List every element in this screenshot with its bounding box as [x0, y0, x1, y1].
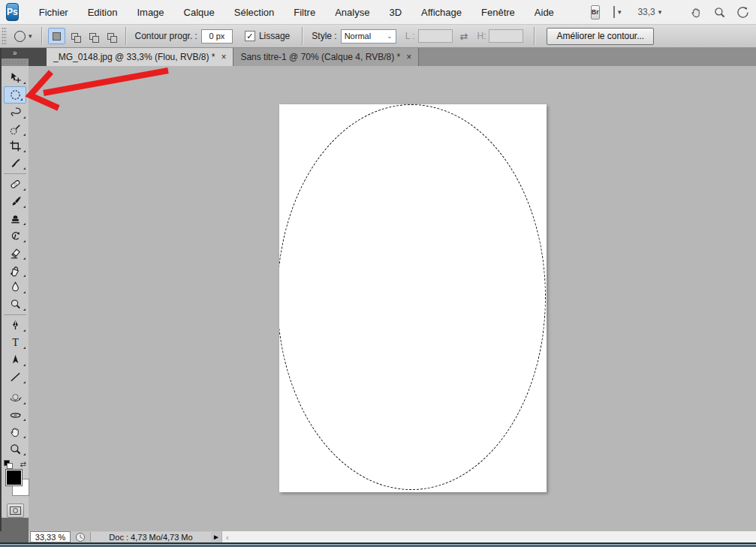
tool-dodge[interactable]	[2, 296, 29, 313]
menu-calque[interactable]: Calque	[174, 2, 224, 23]
tab-well-lead	[29, 59, 47, 66]
menu-3d[interactable]: 3D	[379, 2, 411, 23]
feather-input[interactable]: 0 px	[201, 29, 233, 44]
tool-3d-rotate[interactable]	[2, 389, 29, 407]
tool-elliptical-marquee[interactable]	[4, 86, 26, 104]
tool-quick-selection[interactable]	[2, 121, 29, 138]
chevron-down-icon[interactable]: ▾	[618, 8, 622, 16]
intersect-selection-button[interactable]	[102, 28, 119, 44]
clock-icon[interactable]	[75, 532, 86, 542]
antialias-label: Lissage	[259, 31, 290, 41]
swap-colors-icon[interactable]: ⇄	[20, 460, 26, 468]
tool-blur[interactable]	[2, 279, 29, 296]
close-icon[interactable]: ×	[221, 52, 226, 62]
document-tab-2[interactable]: Sans titre-1 @ 70% (Calque 4, RVB/8) *×	[233, 48, 419, 66]
foreground-color-swatch[interactable]	[5, 469, 23, 486]
tool-history-brush[interactable]	[2, 227, 29, 245]
tool-move[interactable]	[2, 69, 29, 86]
document-canvas[interactable]	[279, 104, 547, 492]
width-input[interactable]	[418, 29, 453, 43]
tool-eyedropper[interactable]	[2, 155, 29, 172]
menu-fichier[interactable]: Fichier	[29, 2, 78, 23]
document-tab-1[interactable]: _MG_0148.jpg @ 33,3% (Flou, RVB/8) *×	[47, 48, 233, 66]
chevron-down-icon: ⌄	[387, 32, 393, 40]
antialias-checkbox[interactable]: ✓	[245, 31, 255, 41]
photoshop-logo: Ps	[6, 3, 19, 21]
menu-fenetre[interactable]: Fenêtre	[471, 2, 525, 23]
divider	[302, 27, 303, 45]
style-label: Style :	[312, 31, 336, 41]
feather-label: Contour progr. :	[135, 31, 197, 41]
tab-label: _MG_0148.jpg @ 33,3% (Flou, RVB/8) *	[53, 52, 215, 62]
menu-analyse[interactable]: Analyse	[325, 2, 379, 23]
width-label: L :	[405, 31, 415, 41]
status-bar: 33,33 % Doc : 4,73 Mo/4,73 Mo ► ‹	[0, 531, 756, 542]
photoshop-window: Ps FichierEditionImageCalqueSélectionFil…	[0, 0, 756, 547]
tool-paint-bucket[interactable]	[2, 262, 29, 279]
bridge-button[interactable]: Br	[591, 5, 600, 20]
status-zoom-input[interactable]: 33,33 %	[30, 531, 71, 542]
menu-image[interactable]: Image	[127, 2, 173, 23]
add-to-selection-button[interactable]	[66, 28, 83, 44]
document-size-info[interactable]: Doc : 4,73 Mo/4,73 Mo	[90, 532, 211, 542]
menu-edition[interactable]: Edition	[78, 2, 128, 23]
tool-3d-orbit[interactable]	[2, 407, 29, 424]
menu-aide[interactable]: Aide	[525, 2, 564, 23]
tools-panel-grip[interactable]	[2, 60, 27, 65]
document-tab-bar: » _MG_0148.jpg @ 33,3% (Flou, RVB/8) *×S…	[0, 48, 756, 66]
tool-preset-picker[interactable]: ▾	[14, 31, 35, 42]
tool-crop[interactable]	[2, 138, 29, 155]
tool-clone-stamp[interactable]	[2, 210, 29, 227]
hand-tool-icon[interactable]	[690, 6, 703, 19]
quick-mask-button[interactable]	[7, 503, 24, 518]
zoom-level-value[interactable]: 33,3	[637, 7, 655, 17]
subtract-from-selection-button[interactable]	[84, 28, 101, 44]
menu-items: FichierEditionImageCalqueSélectionFiltre…	[29, 2, 564, 23]
tool-lasso[interactable]	[2, 104, 29, 121]
tool-brush[interactable]	[2, 193, 29, 210]
tool-line[interactable]	[2, 368, 29, 386]
chevron-down-icon: ▾	[29, 32, 32, 40]
menu-selection[interactable]: Sélection	[224, 2, 284, 23]
style-value: Normal	[345, 32, 371, 41]
divider	[41, 27, 42, 45]
divider	[4, 173, 26, 174]
default-colors-icon[interactable]	[4, 460, 11, 467]
close-icon[interactable]: ×	[406, 52, 411, 62]
horizontal-scrollbar[interactable]: ‹	[221, 531, 756, 542]
color-controls: ⇄	[4, 459, 26, 468]
tools-panel-header[interactable]: »	[0, 48, 47, 59]
scroll-left-arrow[interactable]: ‹	[226, 533, 229, 542]
document-tabs: _MG_0148.jpg @ 33,3% (Flou, RVB/8) *×San…	[47, 48, 419, 66]
tool-spot-healing-brush[interactable]	[2, 176, 29, 193]
status-expand-arrow[interactable]: ►	[211, 533, 221, 541]
refine-edge-button[interactable]: Améliorer le contour...	[547, 28, 654, 45]
divider	[534, 27, 535, 45]
zoom-tool-icon[interactable]	[713, 6, 726, 19]
status-bar-left-filler	[0, 531, 29, 542]
chevron-down-icon[interactable]: ▾	[658, 8, 662, 16]
new-selection-button[interactable]	[48, 28, 65, 44]
tool-zoom[interactable]	[2, 440, 29, 458]
tool-type[interactable]: T	[2, 334, 29, 351]
tool-hand[interactable]	[2, 423, 29, 440]
options-bar-grip[interactable]	[2, 27, 7, 45]
view-extras-icon[interactable]	[613, 6, 615, 18]
tab-label: Sans titre-1 @ 70% (Calque 4, RVB/8) *	[240, 52, 400, 62]
height-input[interactable]	[489, 29, 523, 43]
swap-dimensions-icon[interactable]: ⇄	[460, 31, 468, 42]
ellipse-tool-icon	[14, 31, 26, 42]
tool-path-selection[interactable]	[2, 351, 29, 368]
menu-affichage[interactable]: Affichage	[411, 2, 471, 23]
menu-bar: Ps FichierEditionImageCalqueSélectionFil…	[0, 0, 756, 25]
window-bottom-edge	[0, 542, 756, 547]
tool-eraser[interactable]	[2, 245, 29, 262]
menu-filtre[interactable]: Filtre	[284, 2, 325, 23]
selection-mode-buttons	[48, 28, 119, 44]
style-dropdown[interactable]: Normal ⌄	[341, 29, 396, 44]
divider	[125, 27, 126, 45]
rotate-view-icon[interactable]	[736, 6, 749, 19]
tool-pen[interactable]	[2, 317, 29, 334]
canvas-area[interactable]	[29, 66, 756, 531]
color-swatches	[2, 468, 29, 500]
